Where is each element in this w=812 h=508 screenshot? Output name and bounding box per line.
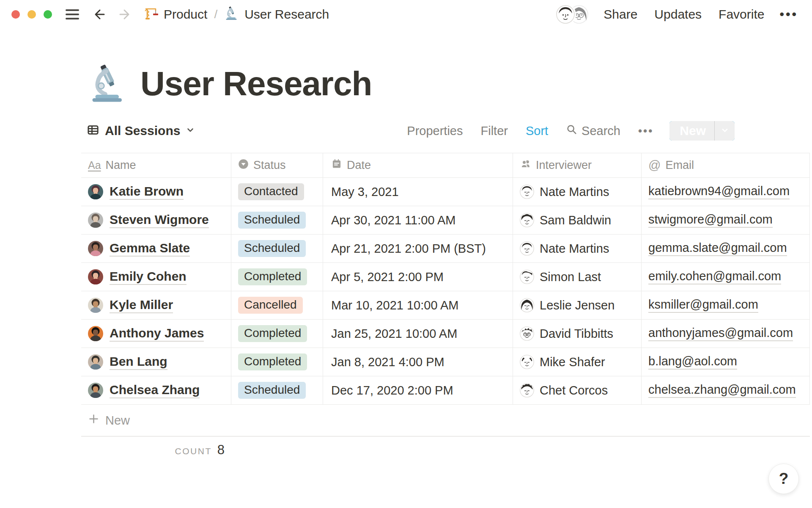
view-switcher[interactable]: All Sessions <box>81 124 195 138</box>
table-row: Kyle Miller Cancelled Mar 10, 2021 10:00… <box>81 291 810 320</box>
forward-button[interactable] <box>118 7 133 22</box>
table-row: Anthony James Completed Jan 25, 2021 10:… <box>81 320 810 348</box>
email-cell[interactable]: gemma.slate@gmail.com <box>642 235 810 262</box>
name-cell[interactable]: Emily Cohen <box>81 263 231 291</box>
interviewer-cell[interactable]: Chet Corcos <box>513 376 642 404</box>
email-cell[interactable]: ksmiller@gmail.com <box>642 291 810 319</box>
table-row: Gemma Slate Scheduled Apr 21, 2021 2:00 … <box>81 235 810 263</box>
status-badge: Contacted <box>238 183 304 200</box>
email-cell[interactable]: anthonyjames@gmail.com <box>642 320 810 348</box>
table-row: Katie Brown Contacted May 3, 2021 Nate M… <box>81 178 810 206</box>
help-button[interactable]: ? <box>768 464 799 494</box>
interviewer-cell[interactable]: Leslie Jensen <box>513 291 642 319</box>
arrow-left-icon <box>91 7 106 22</box>
status-cell[interactable]: Completed <box>231 320 323 348</box>
date-cell[interactable]: Dec 17, 2020 2:00 PM <box>323 376 513 404</box>
new-row-button[interactable]: New <box>81 405 810 436</box>
interviewer-cell[interactable]: Mike Shafer <box>513 348 642 376</box>
count-calculation[interactable]: COUNT 8 <box>81 442 225 461</box>
breadcrumb-item-user-research[interactable]: User Research <box>224 6 329 24</box>
favorite-button[interactable]: Favorite <box>719 7 764 22</box>
name-cell[interactable]: Chelsea Zhang <box>81 376 231 404</box>
table-row: Ben Lang Completed Jan 8, 2021 4:00 PM M… <box>81 348 810 376</box>
contact-avatar <box>88 383 103 398</box>
contact-avatar <box>88 298 103 313</box>
interviewer-avatar <box>520 355 534 369</box>
name-cell[interactable]: Anthony James <box>81 320 231 348</box>
status-cell[interactable]: Completed <box>231 263 323 291</box>
page-title[interactable]: User Research <box>140 64 372 103</box>
contact-avatar <box>88 213 103 228</box>
contact-avatar <box>88 354 103 370</box>
date-cell[interactable]: Jan 8, 2021 4:00 PM <box>323 348 513 376</box>
interviewer-cell[interactable]: David Tibbitts <box>513 320 642 348</box>
email-cell[interactable]: chelsea.zhang@gmail.com <box>642 376 810 404</box>
email-cell[interactable]: stwigmore@gmail.com <box>642 206 810 234</box>
status-badge: Scheduled <box>238 240 306 257</box>
traffic-lights <box>11 10 52 19</box>
share-button[interactable]: Share <box>604 7 637 22</box>
date-cell[interactable]: Apr 21, 2021 2:00 PM (BST) <box>323 235 513 262</box>
name-cell[interactable]: Kyle Miller <box>81 291 231 319</box>
date-cell[interactable]: Jan 25, 2021 10:00 AM <box>323 320 513 348</box>
date-cell[interactable]: Apr 30, 2021 11:00 AM <box>323 206 513 234</box>
interviewer-cell[interactable]: Simon Last <box>513 263 642 291</box>
new-dropdown-button[interactable] <box>714 121 735 141</box>
updates-button[interactable]: Updates <box>654 7 702 22</box>
breadcrumb-label: Product <box>164 7 207 22</box>
column-header-interviewer[interactable]: Interviewer <box>513 153 642 177</box>
search-button[interactable]: Search <box>566 124 620 138</box>
status-cell[interactable]: Scheduled <box>231 376 323 404</box>
name-cell[interactable]: Ben Lang <box>81 348 231 376</box>
status-cell[interactable]: Completed <box>231 348 323 376</box>
new-button[interactable]: New <box>669 121 714 141</box>
name-cell[interactable]: Gemma Slate <box>81 235 231 262</box>
interviewer-cell[interactable]: Sam Baldwin <box>513 206 642 234</box>
status-cell[interactable]: Scheduled <box>231 235 323 262</box>
microscope-icon <box>224 6 239 24</box>
filter-button[interactable]: Filter <box>480 124 508 138</box>
column-header-status[interactable]: Status <box>231 153 323 177</box>
notion-window: Product / <box>0 0 812 508</box>
search-icon <box>566 124 578 138</box>
minimize-button[interactable] <box>27 10 36 19</box>
contact-name: Katie Brown <box>110 184 184 200</box>
sort-button[interactable]: Sort <box>526 124 548 138</box>
name-cell[interactable]: Steven Wigmore <box>81 206 231 234</box>
close-button[interactable] <box>11 10 20 19</box>
interviewer-avatar <box>520 298 534 312</box>
column-header-name[interactable]: Aa Name <box>81 153 231 177</box>
column-header-date[interactable]: Date <box>323 153 513 177</box>
page-icon[interactable] <box>87 63 129 105</box>
status-cell[interactable]: Scheduled <box>231 206 323 234</box>
interviewer-cell[interactable]: Nate Martins <box>513 178 642 206</box>
topbar-more-button[interactable]: ••• <box>779 8 798 21</box>
date-cell[interactable]: May 3, 2021 <box>323 178 513 206</box>
status-cell[interactable]: Cancelled <box>231 291 323 319</box>
view-name: All Sessions <box>105 124 180 138</box>
sidebar-toggle-button[interactable] <box>66 9 79 19</box>
name-cell[interactable]: Katie Brown <box>81 178 231 206</box>
email-cell[interactable]: b.lang@aol.com <box>642 348 810 376</box>
collaborator-avatar-1[interactable] <box>556 5 575 24</box>
breadcrumb-item-product[interactable]: Product <box>144 6 207 23</box>
email-cell[interactable]: katiebrown94@gmail.com <box>642 178 810 206</box>
date-cell[interactable]: Apr 5, 2021 2:00 PM <box>323 263 513 291</box>
view-more-button[interactable]: ••• <box>638 124 653 138</box>
back-button[interactable] <box>91 7 106 22</box>
interviewer-avatar <box>520 185 534 199</box>
status-cell[interactable]: Contacted <box>231 178 323 206</box>
date-cell[interactable]: Mar 10, 2021 10:00 AM <box>323 291 513 319</box>
topbar-actions: Share Updates Favorite ••• <box>556 5 798 24</box>
select-icon <box>238 159 249 172</box>
zoom-button[interactable] <box>44 10 52 19</box>
page-header: User Research <box>87 61 812 107</box>
properties-button[interactable]: Properties <box>407 124 463 138</box>
contact-avatar <box>88 269 103 284</box>
interviewer-cell[interactable]: Nate Martins <box>513 235 642 262</box>
interviewer-name: Sam Baldwin <box>540 213 611 227</box>
email-cell[interactable]: emily.cohen@gmail.com <box>642 263 810 291</box>
person-icon <box>520 158 531 173</box>
interviewer-avatar <box>520 270 534 284</box>
column-header-email[interactable]: @ Email <box>642 153 810 177</box>
